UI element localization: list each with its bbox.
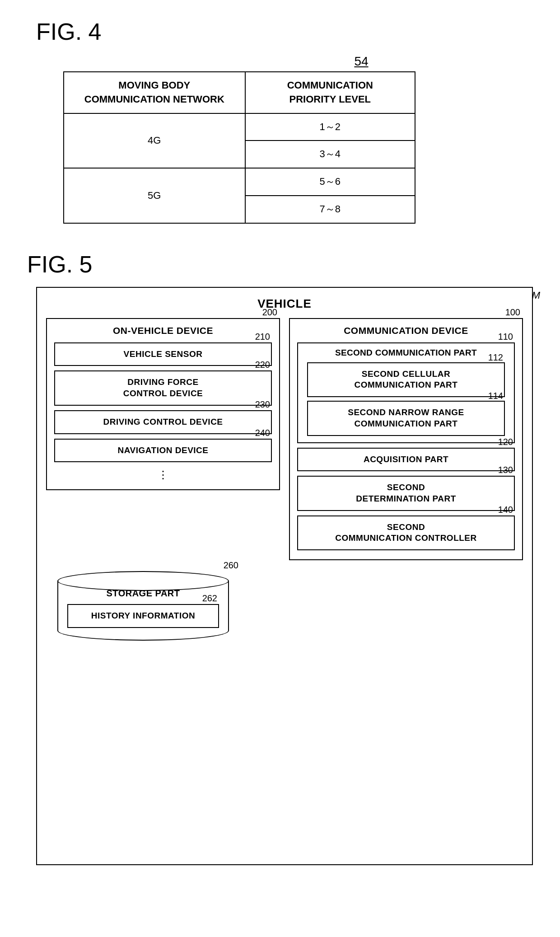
acquisition-ref: 120	[498, 437, 513, 447]
storage-ref: 260	[224, 560, 238, 571]
comm-device-ref: 100	[505, 307, 520, 318]
second-determination-wrapper: 130 SECONDDETERMINATION PART	[297, 476, 515, 511]
second-cellular-box: SECOND CELLULARCOMMUNICATION PART	[307, 362, 505, 397]
driving-control-label: DRIVING CONTROL DEVICE	[62, 417, 264, 428]
fig5-title: FIG. 5	[27, 251, 533, 278]
priority-1-2: 1～2	[245, 113, 415, 141]
m-label: M	[532, 290, 540, 301]
driving-force-box: DRIVING FORCECONTROL DEVICE	[54, 370, 272, 405]
navigation-wrapper: 240 NAVIGATION DEVICE	[54, 439, 272, 463]
fig4-section: FIG. 4 54 MOVING BODYCOMMUNICATION NETWO…	[27, 18, 533, 224]
driving-control-box: DRIVING CONTROL DEVICE	[54, 410, 272, 434]
on-vehicle-items: 210 VEHICLE SENSOR 220 DRIVING FORCECONT…	[54, 342, 272, 483]
second-narrow-ref: 114	[488, 391, 503, 401]
second-comm-controller-box: SECONDCOMMUNICATION CONTROLLER	[297, 515, 515, 550]
on-vehicle-device-box: 200 ON-VEHICLE DEVICE 210 VEHICLE SENSOR…	[46, 318, 280, 490]
second-cellular-label: SECOND CELLULARCOMMUNICATION PART	[315, 369, 497, 391]
network-4g: 4G	[64, 113, 245, 169]
inner-boxes: 112 SECOND CELLULARCOMMUNICATION PART 11…	[303, 362, 509, 436]
ellipsis: ⋮	[54, 468, 272, 481]
network-5g: 5G	[64, 168, 245, 223]
driving-control-ref: 230	[255, 399, 270, 410]
priority-7-8: 7～8	[245, 196, 415, 223]
driving-control-wrapper: 230 DRIVING CONTROL DEVICE	[54, 410, 272, 434]
second-comm-part-ref: 110	[498, 332, 513, 342]
second-narrow-box: SECOND NARROW RANGECOMMUNICATION PART	[307, 401, 505, 436]
fig4-table: MOVING BODYCOMMUNICATION NETWORK COMMUNI…	[63, 71, 415, 224]
second-comm-controller-ref: 140	[498, 505, 513, 515]
vehicle-sensor-wrapper: 210 VEHICLE SENSOR	[54, 342, 272, 366]
navigation-ref: 240	[255, 428, 270, 438]
history-box: HISTORY INFORMATION	[67, 604, 219, 628]
second-determination-label: SECONDDETERMINATION PART	[305, 482, 507, 504]
second-comm-controller-wrapper: 140 SECONDCOMMUNICATION CONTROLLER	[297, 515, 515, 550]
vehicle-sensor-label: VEHICLE SENSOR	[62, 349, 264, 360]
vehicle-label: VEHICLE	[46, 297, 523, 311]
table-row: 5G 5～6	[64, 168, 415, 196]
second-narrow-wrapper: 114 SECOND NARROW RANGECOMMUNICATION PAR…	[307, 401, 505, 436]
table-row: 4G 1～2	[64, 113, 415, 141]
history-ref: 262	[202, 593, 217, 604]
history-label: HISTORY INFORMATION	[75, 610, 211, 622]
cylinder-top	[57, 571, 229, 591]
communication-device-box: 100 COMMUNICATION DEVICE 110 SECOND COMM…	[289, 318, 523, 560]
acquisition-wrapper: 120 ACQUISITION PART	[297, 448, 515, 472]
acquisition-label: ACQUISITION PART	[305, 454, 507, 465]
priority-5-6: 5～6	[245, 168, 415, 196]
second-cellular-wrapper: 112 SECOND CELLULARCOMMUNICATION PART	[307, 362, 505, 397]
second-comm-part-wrapper: 110 SECOND COMMUNICATION PART 112 SECOND…	[297, 342, 515, 443]
driving-force-wrapper: 220 DRIVING FORCECONTROL DEVICE	[54, 370, 272, 405]
second-comm-part-box: SECOND COMMUNICATION PART 112 SECOND CEL…	[297, 342, 515, 443]
on-vehicle-ref: 200	[262, 307, 277, 318]
comm-device-title: COMMUNICATION DEVICE	[297, 325, 515, 336]
second-comm-part-title: SECOND COMMUNICATION PART	[303, 348, 509, 358]
navigation-box: NAVIGATION DEVICE	[54, 439, 272, 463]
table-header-network: MOVING BODYCOMMUNICATION NETWORK	[64, 72, 245, 113]
navigation-label: NAVIGATION DEVICE	[62, 445, 264, 456]
second-narrow-label: SECOND NARROW RANGECOMMUNICATION PART	[315, 407, 497, 429]
second-cellular-ref: 112	[488, 352, 503, 363]
table-header-priority: COMMUNICATIONPRIORITY LEVEL	[245, 72, 415, 113]
vehicle-sensor-ref: 210	[255, 332, 270, 342]
second-comm-controller-label: SECONDCOMMUNICATION CONTROLLER	[305, 522, 507, 544]
storage-section: 260 STORAGE PART 262 HISTORY INFORMATION	[46, 571, 240, 641]
on-vehicle-title: ON-VEHICLE DEVICE	[54, 325, 272, 336]
diagram-area: M VEHICLE 200 ON-VEHICLE DEVICE 210 VEHI…	[36, 287, 533, 865]
priority-3-4: 3～4	[245, 141, 415, 168]
fig5-section: FIG. 5 M VEHICLE 200 ON-VEHICLE DEVICE 2…	[27, 251, 533, 865]
driving-force-label: DRIVING FORCECONTROL DEVICE	[62, 377, 264, 399]
cylinder-wrapper: STORAGE PART 262 HISTORY INFORMATION	[57, 571, 229, 641]
history-wrapper: 262 HISTORY INFORMATION	[67, 604, 219, 628]
acquisition-box: ACQUISITION PART	[297, 448, 515, 472]
top-columns: 200 ON-VEHICLE DEVICE 210 VEHICLE SENSOR…	[46, 318, 523, 560]
fig4-title: FIG. 4	[36, 18, 533, 45]
fig4-ref: 54	[190, 54, 533, 69]
second-determination-box: SECONDDETERMINATION PART	[297, 476, 515, 511]
vehicle-sensor-box: VEHICLE SENSOR	[54, 342, 272, 366]
driving-force-ref: 220	[255, 360, 270, 370]
second-determination-ref: 130	[498, 465, 513, 475]
comm-device-items: 110 SECOND COMMUNICATION PART 112 SECOND…	[297, 342, 515, 550]
